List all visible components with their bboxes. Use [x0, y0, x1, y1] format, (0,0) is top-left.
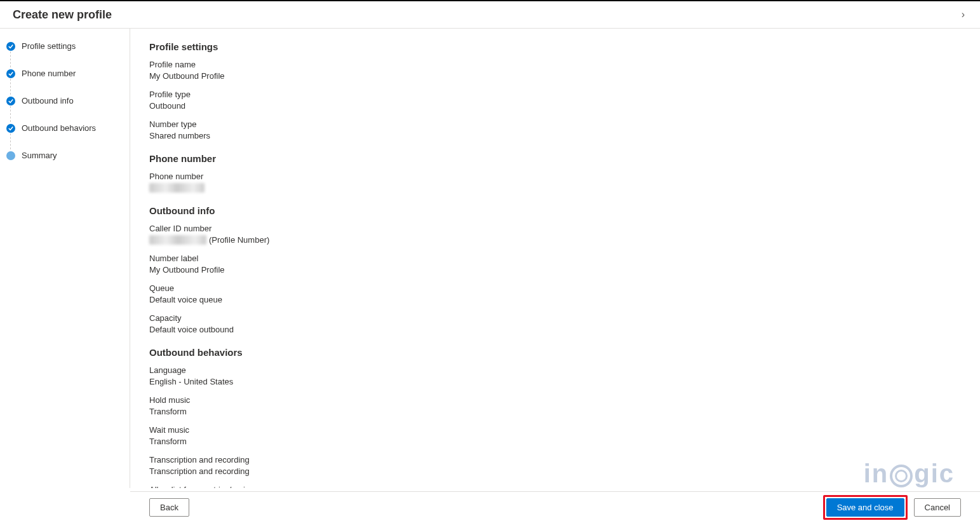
summary-content: Profile settings Profile name My Outboun…: [130, 29, 980, 488]
field-value: Outbound: [149, 101, 961, 111]
field-value: English - United States: [149, 377, 961, 386]
step-outbound-info[interactable]: Outbound info: [6, 96, 123, 117]
step-label: Summary: [22, 151, 57, 172]
field-label: Number label: [149, 254, 961, 263]
save-and-close-button[interactable]: Save and close: [826, 498, 904, 517]
section-outbound-info: Outbound info Caller ID number XXXX XXXX…: [149, 205, 961, 334]
field-label: Transcription and recording: [149, 455, 961, 465]
step-profile-settings[interactable]: Profile settings: [6, 41, 123, 62]
back-button[interactable]: Back: [149, 498, 189, 517]
page-title: Create new profile: [13, 8, 112, 22]
section-outbound-behaviors: Outbound behaviors Language English - Un…: [149, 347, 961, 488]
field-label: Profile name: [149, 60, 961, 69]
section-heading: Phone number: [149, 153, 961, 164]
field-label: Profile type: [149, 90, 961, 99]
field-value: My Outbound Profile: [149, 71, 961, 81]
step-label: Outbound info: [22, 96, 74, 117]
field-profile-name: Profile name My Outbound Profile: [149, 60, 961, 81]
field-value: Default voice queue: [149, 295, 961, 304]
field-label: Capacity: [149, 313, 961, 323]
section-heading: Profile settings: [149, 41, 961, 52]
field-label: Caller ID number: [149, 224, 961, 233]
step-label: Outbound behaviors: [22, 123, 96, 144]
field-label: Wait music: [149, 425, 961, 435]
field-value: Transform: [149, 437, 961, 446]
field-wait-music: Wait music Transform: [149, 425, 961, 446]
field-value: XXXXXXXXXX: [149, 183, 961, 193]
step-summary[interactable]: Summary: [6, 151, 123, 172]
field-queue: Queue Default voice queue: [149, 283, 961, 304]
step-outbound-behaviors[interactable]: Outbound behaviors: [6, 123, 123, 144]
step-connector: [10, 133, 11, 149]
field-number-label: Number label My Outbound Profile: [149, 254, 961, 275]
field-label: Hold music: [149, 395, 961, 405]
field-value: Shared numbers: [149, 131, 961, 140]
redacted-phone: XXXXXXXXXX: [149, 183, 205, 193]
step-connector: [10, 79, 11, 95]
field-number-type: Number type Shared numbers: [149, 119, 961, 140]
field-profile-type: Profile type Outbound: [149, 90, 961, 111]
field-label: Phone number: [149, 172, 961, 181]
annotation-highlight: Save and close: [823, 495, 908, 520]
field-caller-id: Caller ID number XXXX XXXXXX (Profile Nu…: [149, 224, 961, 245]
field-label: Allow list for countries/regions: [149, 485, 961, 488]
cancel-button[interactable]: Cancel: [914, 498, 961, 517]
field-capacity: Capacity Default voice outbound: [149, 313, 961, 334]
check-circle-icon: [6, 42, 15, 51]
step-phone-number[interactable]: Phone number: [6, 69, 123, 90]
step-label: Profile settings: [22, 41, 76, 62]
redacted-caller-id: XXXX XXXXXX: [149, 235, 206, 245]
field-label: Language: [149, 365, 961, 375]
field-value: Transform: [149, 407, 961, 416]
field-label: Queue: [149, 283, 961, 293]
field-phone-number: Phone number XXXXXXXXXX: [149, 172, 961, 193]
field-transcription: Transcription and recording Transcriptio…: [149, 455, 961, 476]
section-profile-settings: Profile settings Profile name My Outboun…: [149, 41, 961, 140]
field-language: Language English - United States: [149, 365, 961, 386]
field-value: Default voice outbound: [149, 325, 961, 334]
field-hold-music: Hold music Transform: [149, 395, 961, 416]
step-label: Phone number: [22, 69, 76, 90]
step-connector: [10, 106, 11, 122]
check-circle-icon: [6, 97, 15, 105]
field-label: Number type: [149, 119, 961, 129]
section-heading: Outbound info: [149, 205, 961, 216]
step-connector: [10, 51, 11, 67]
footer-bar: Back Save and close Cancel: [130, 491, 980, 523]
field-value: My Outbound Profile: [149, 265, 961, 275]
check-circle-icon: [6, 124, 15, 133]
header-bar: Create new profile ›: [0, 1, 980, 29]
section-heading: Outbound behaviors: [149, 347, 961, 358]
caller-id-suffix: (Profile Number): [206, 235, 269, 245]
chevron-right-icon[interactable]: ›: [959, 8, 967, 22]
section-phone-number: Phone number Phone number XXXXXXXXXX: [149, 153, 961, 193]
field-value: XXXX XXXXXX (Profile Number): [149, 235, 961, 245]
field-allow-list: Allow list for countries/regions All cou…: [149, 485, 961, 488]
check-circle-icon: [6, 69, 15, 78]
field-value: Transcription and recording: [149, 466, 961, 476]
current-step-icon: [6, 151, 15, 160]
wizard-steps-sidebar: Profile settings Phone number Outbound i…: [0, 29, 130, 488]
